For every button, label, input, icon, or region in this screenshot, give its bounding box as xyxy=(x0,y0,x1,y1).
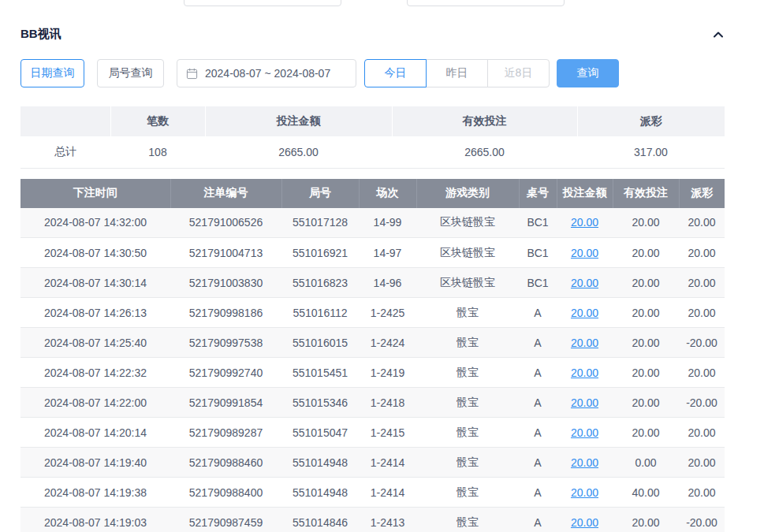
game-type-cell: 骰宝 xyxy=(416,358,519,388)
bet-amount-link[interactable]: 20.00 xyxy=(571,426,598,439)
table-no-cell: BC1 xyxy=(519,208,557,238)
table-no-cell: A xyxy=(519,508,557,532)
round-no-cell: 551016112 xyxy=(281,298,359,328)
payout-cell: 20.00 xyxy=(679,208,725,238)
bet-amount-cell: 20.00 xyxy=(557,208,613,238)
quick-range-button[interactable]: 昨日 xyxy=(426,59,488,87)
truncated-input-right[interactable] xyxy=(407,0,565,6)
round-no-cell: 551016015 xyxy=(281,328,359,358)
table-row: 2024-08-07 14:32:00 521791006526 5510171… xyxy=(20,208,725,238)
summary-header-cell: 有效投注 xyxy=(392,106,577,136)
game-type-cell: 区块链骰宝 xyxy=(416,208,519,238)
round-no-cell: 551015346 xyxy=(281,388,359,418)
payout-cell: 20.00 xyxy=(679,238,725,268)
table-no-cell: BC1 xyxy=(519,238,557,268)
game-type-cell: 骰宝 xyxy=(416,478,519,508)
bet-amount-cell: 20.00 xyxy=(557,448,613,478)
bet-amount-cell: 20.00 xyxy=(557,478,613,508)
game-type-cell: 区块链骰宝 xyxy=(416,238,519,268)
bet-amount-link[interactable]: 20.00 xyxy=(571,337,598,349)
round-no-cell: 551014846 xyxy=(281,508,359,532)
bet-amount-link[interactable]: 20.00 xyxy=(571,456,598,469)
bet-amount-cell: 20.00 xyxy=(557,268,613,298)
summary-total-row: 总计1082665.002665.00317.00 xyxy=(20,136,725,168)
table-row: 2024-08-07 14:20:14 521790989287 5510150… xyxy=(20,418,725,448)
summary-header-cell: 派彩 xyxy=(577,106,725,136)
order-no-cell: 521790988400 xyxy=(170,478,281,508)
session-cell: 14-99 xyxy=(359,208,416,238)
valid-bet-cell: 0.00 xyxy=(613,448,679,478)
round-no-cell: 551016823 xyxy=(281,268,359,298)
round-query-button[interactable]: 局号查询 xyxy=(97,59,164,87)
bet-time-cell: 2024-08-07 14:30:14 xyxy=(20,268,170,298)
round-no-cell: 551014948 xyxy=(281,448,359,478)
game-type-cell: 骰宝 xyxy=(416,328,519,358)
truncated-input-left[interactable] xyxy=(184,0,341,6)
bet-amount-link[interactable]: 20.00 xyxy=(571,277,598,289)
search-button[interactable]: 查询 xyxy=(557,59,619,87)
order-no-cell: 521791004713 xyxy=(170,238,281,268)
quick-range-button[interactable]: 近8日 xyxy=(487,59,550,87)
date-query-button[interactable]: 日期查询 xyxy=(20,59,84,87)
summary-header-cell: 投注金额 xyxy=(205,106,392,136)
records-header-cell: 有效投注 xyxy=(613,179,679,208)
payout-cell: -20.00 xyxy=(679,388,725,418)
summary-total-cell: 总计 xyxy=(20,136,110,168)
table-no-cell: A xyxy=(519,358,557,388)
order-no-cell: 521790991854 xyxy=(170,388,281,418)
round-no-cell: 551015451 xyxy=(281,358,359,388)
bet-amount-cell: 20.00 xyxy=(557,358,613,388)
records-body: 2024-08-07 14:32:00 521791006526 5510171… xyxy=(20,208,725,532)
summary-total-cell: 2665.00 xyxy=(205,136,392,168)
bet-amount-cell: 20.00 xyxy=(557,328,613,358)
bet-amount-cell: 20.00 xyxy=(557,388,613,418)
table-no-cell: A xyxy=(519,328,557,358)
payout-cell: -20.00 xyxy=(679,328,725,358)
bet-amount-link[interactable]: 20.00 xyxy=(571,486,598,499)
summary-total-cell: 108 xyxy=(110,136,205,168)
summary-header-cell: 笔数 xyxy=(110,106,205,136)
valid-bet-cell: 20.00 xyxy=(613,358,679,388)
collapse-chevron-icon[interactable] xyxy=(712,28,725,41)
order-no-cell: 521790992740 xyxy=(170,358,281,388)
records-header-cell: 场次 xyxy=(359,179,416,208)
bet-amount-link[interactable]: 20.00 xyxy=(571,366,598,379)
bet-amount-link[interactable]: 20.00 xyxy=(571,247,598,259)
summary-table: 笔数投注金额有效投注派彩 总计1082665.002665.00317.00 xyxy=(20,106,725,169)
bet-amount-link[interactable]: 20.00 xyxy=(571,307,598,319)
payout-cell: 20.00 xyxy=(679,358,725,388)
valid-bet-cell: 20.00 xyxy=(613,328,679,358)
bet-time-cell: 2024-08-07 14:19:38 xyxy=(20,478,170,508)
payout-cell: 20.00 xyxy=(679,448,725,478)
bet-time-cell: 2024-08-07 14:30:50 xyxy=(20,238,170,268)
order-no-cell: 521790998186 xyxy=(170,298,281,328)
page: BB视讯 日期查询 局号查询 2024-08-07 ~ 2024-08-07 今… xyxy=(0,0,764,532)
records-header-cell: 桌号 xyxy=(519,179,557,208)
bet-amount-link[interactable]: 20.00 xyxy=(571,516,598,529)
table-no-cell: A xyxy=(519,388,557,418)
date-range-input[interactable]: 2024-08-07 ~ 2024-08-07 xyxy=(177,59,356,87)
bet-amount-link[interactable]: 20.00 xyxy=(571,216,598,229)
bet-amount-cell: 20.00 xyxy=(557,238,613,268)
records-header-cell: 注单编号 xyxy=(170,179,281,208)
records-header-cell: 局号 xyxy=(281,179,359,208)
order-no-cell: 521790987459 xyxy=(170,508,281,532)
records-header-cell: 下注时间 xyxy=(20,179,170,208)
bet-amount-link[interactable]: 20.00 xyxy=(571,396,598,409)
records-header-cell: 投注金额 xyxy=(557,179,613,208)
quick-range-button[interactable]: 今日 xyxy=(364,59,427,87)
table-row: 2024-08-07 14:26:13 521790998186 5510161… xyxy=(20,298,725,328)
game-type-cell: 区块链骰宝 xyxy=(416,268,519,298)
order-no-cell: 521790997538 xyxy=(170,328,281,358)
payout-cell: 20.00 xyxy=(679,418,725,448)
bet-time-cell: 2024-08-07 14:20:14 xyxy=(20,418,170,448)
valid-bet-cell: 20.00 xyxy=(613,268,679,298)
session-cell: 1-2415 xyxy=(359,418,416,448)
bet-time-cell: 2024-08-07 14:25:40 xyxy=(20,328,170,358)
payout-cell: 20.00 xyxy=(679,298,725,328)
session-cell: 1-2425 xyxy=(359,298,416,328)
payout-cell: 20.00 xyxy=(679,268,725,298)
bet-records-table: 下注时间注单编号局号场次游戏类别桌号投注金额有效投注派彩 2024-08-07 … xyxy=(20,179,725,532)
valid-bet-cell: 20.00 xyxy=(613,418,679,448)
table-row: 2024-08-07 14:19:40 521790988460 5510149… xyxy=(20,448,725,478)
